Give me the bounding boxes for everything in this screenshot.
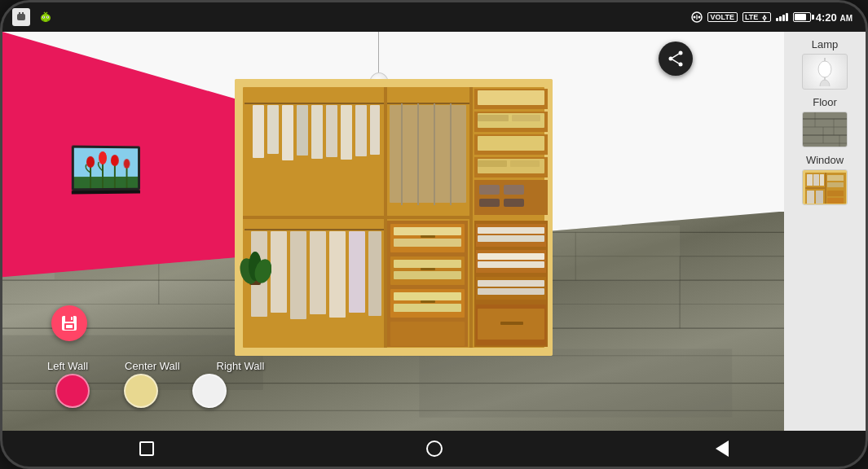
save-icon <box>59 313 79 333</box>
svg-rect-96 <box>394 271 461 279</box>
signal-bars-icon <box>776 13 788 21</box>
tv-display <box>72 146 140 195</box>
window-thumbnail <box>802 169 848 205</box>
svg-point-123 <box>669 57 673 61</box>
svg-rect-110 <box>478 261 544 268</box>
svg-rect-54 <box>311 105 323 159</box>
svg-rect-66 <box>478 90 544 105</box>
svg-rect-35 <box>74 177 140 191</box>
navigation-bar <box>2 431 866 467</box>
status-bar: VOLTE LTE 4:20 AM <box>2 2 866 32</box>
svg-rect-76 <box>510 160 540 167</box>
svg-rect-70 <box>512 115 540 121</box>
left-wall-swatch[interactable] <box>55 374 90 408</box>
share-button[interactable] <box>659 42 693 76</box>
svg-rect-155 <box>816 191 823 204</box>
svg-rect-53 <box>297 105 308 156</box>
tv-content <box>74 148 140 191</box>
svg-rect-152 <box>827 175 844 181</box>
svg-point-41 <box>111 155 119 166</box>
svg-rect-102 <box>421 268 435 270</box>
svg-rect-144 <box>803 112 848 147</box>
svg-rect-55 <box>326 105 337 157</box>
window-label: Window <box>806 154 844 166</box>
svg-rect-85 <box>290 231 306 319</box>
window-panel-item[interactable]: Window <box>791 154 859 205</box>
wardrobe-svg <box>235 79 553 356</box>
svg-rect-84 <box>271 231 287 313</box>
svg-rect-9 <box>47 20 49 21</box>
status-time: 4:20 AM <box>816 11 853 24</box>
svg-point-39 <box>99 151 107 164</box>
svg-rect-112 <box>478 280 544 287</box>
right-wall-label: Right Wall <box>217 360 265 372</box>
svg-rect-93 <box>394 239 461 247</box>
svg-rect-56 <box>341 105 352 160</box>
svg-rect-1 <box>19 12 20 15</box>
lamp-label: Lamp <box>812 38 839 50</box>
svg-rect-88 <box>349 231 365 313</box>
svg-rect-87 <box>329 231 346 318</box>
plant-svg <box>239 240 271 285</box>
svg-rect-2 <box>22 12 24 15</box>
svg-rect-80 <box>479 199 500 207</box>
svg-point-12 <box>698 16 700 19</box>
svg-rect-8 <box>42 20 44 21</box>
lte-arrows-icon <box>760 13 769 21</box>
robot-icon <box>37 8 55 26</box>
svg-rect-52 <box>282 105 293 160</box>
svg-rect-81 <box>504 199 524 207</box>
room-scene: Left Wall Center Wall Right Wall <box>2 32 784 431</box>
svg-point-3 <box>41 14 51 22</box>
svg-rect-50 <box>253 105 264 158</box>
status-right-icons: VOLTE LTE 4:20 AM <box>691 11 853 24</box>
svg-rect-130 <box>71 317 73 320</box>
svg-point-122 <box>679 63 683 67</box>
svg-rect-99 <box>394 304 461 312</box>
svg-point-11 <box>693 16 695 19</box>
svg-rect-100 <box>390 322 465 346</box>
lamp-thumb-svg <box>809 58 841 86</box>
svg-rect-78 <box>479 185 500 195</box>
status-left-icons <box>12 8 55 26</box>
lamp-panel-item[interactable]: Lamp <box>791 38 859 90</box>
window-thumb-svg <box>803 170 848 205</box>
svg-point-121 <box>679 51 683 55</box>
svg-rect-51 <box>267 105 279 154</box>
volte-badge: VOLTE <box>707 12 738 22</box>
nav-recents-button[interactable] <box>130 432 163 465</box>
save-button[interactable] <box>51 305 87 341</box>
svg-rect-151 <box>820 174 824 186</box>
svg-line-125 <box>672 59 679 64</box>
svg-point-134 <box>820 80 830 86</box>
svg-rect-79 <box>504 185 524 195</box>
floor-panel-item[interactable]: Floor <box>791 96 859 147</box>
center-wall-swatch[interactable] <box>124 374 158 408</box>
svg-rect-106 <box>478 227 544 234</box>
wardrobe-frame <box>235 79 553 356</box>
nav-home-button[interactable] <box>418 432 451 465</box>
center-wall-label: Center Wall <box>125 360 179 372</box>
back-icon <box>716 441 729 457</box>
battery-icon <box>793 12 811 22</box>
svg-rect-92 <box>394 227 461 235</box>
svg-rect-113 <box>478 288 544 295</box>
svg-rect-57 <box>355 105 367 156</box>
svg-rect-154 <box>807 191 814 204</box>
svg-rect-150 <box>813 174 819 186</box>
svg-point-37 <box>86 156 95 168</box>
right-wall-swatch[interactable] <box>192 374 227 408</box>
svg-rect-107 <box>478 235 544 242</box>
nav-back-button[interactable] <box>706 432 738 465</box>
lte-badge: LTE <box>742 12 771 23</box>
svg-rect-101 <box>421 235 435 238</box>
recents-icon <box>139 441 154 456</box>
svg-rect-103 <box>421 300 435 303</box>
svg-rect-0 <box>17 14 25 20</box>
right-panel: Lamp Floor <box>784 32 866 431</box>
svg-point-6 <box>43 16 44 17</box>
floor-thumb-svg <box>803 112 848 147</box>
svg-point-132 <box>818 61 831 77</box>
svg-rect-98 <box>394 292 461 300</box>
svg-rect-129 <box>66 325 73 328</box>
